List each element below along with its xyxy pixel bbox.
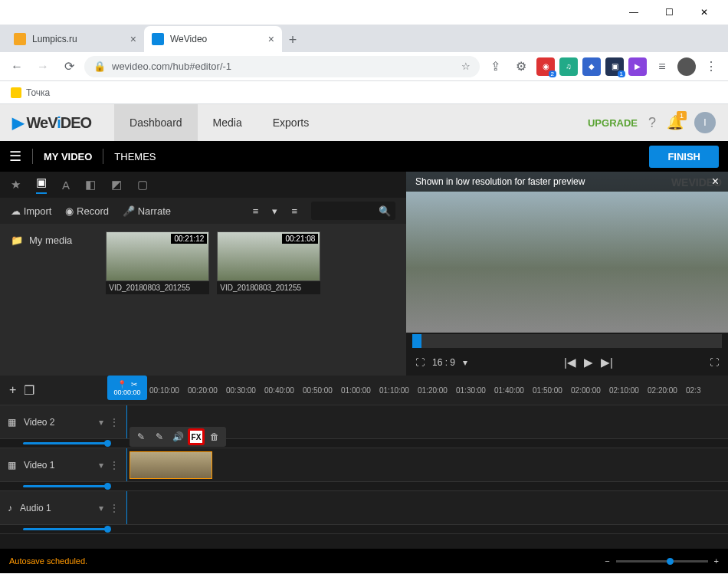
- nav-dashboard[interactable]: Dashboard: [114, 104, 198, 141]
- tab-media-icon[interactable]: ▣: [36, 175, 47, 194]
- zoom-out-icon[interactable]: −: [605, 556, 609, 566]
- wevideo-logo[interactable]: ▶ WeViDEO: [12, 113, 91, 132]
- fullscreen-icon[interactable]: ⛶: [710, 357, 719, 368]
- track-header[interactable]: ▦ Video 1 ▾⋮: [0, 448, 126, 481]
- chevron-down-icon[interactable]: ▾: [99, 417, 103, 428]
- track-header[interactable]: ♪ Audio 1 ▾⋮: [0, 491, 126, 524]
- star-icon[interactable]: ☆: [461, 61, 471, 72]
- tab-backgrounds-icon[interactable]: ▢: [137, 178, 148, 192]
- crop-icon[interactable]: ✎: [151, 428, 168, 445]
- play-icon[interactable]: ▶: [584, 356, 593, 369]
- media-clip[interactable]: 00:21:12 VID_20180803_201255: [106, 231, 209, 368]
- window-maximize[interactable]: ☐: [651, 0, 687, 25]
- chevron-down-icon[interactable]: ▾: [99, 460, 103, 471]
- nav-media[interactable]: Media: [198, 104, 257, 141]
- sort-icon[interactable]: ≡: [253, 205, 259, 217]
- track-header[interactable]: ▦ Video 2 ▾⋮: [0, 405, 126, 438]
- timeline-clip[interactable]: [130, 451, 212, 479]
- zoom-slider[interactable]: [616, 560, 708, 563]
- volume-icon[interactable]: 🔊: [169, 428, 186, 445]
- fullscreen-left-icon[interactable]: ⛶: [415, 357, 425, 368]
- banner-close-icon[interactable]: ×: [712, 175, 719, 189]
- hamburger-icon[interactable]: ☰: [9, 148, 21, 165]
- ruler-tick: 02:20:00: [648, 386, 686, 395]
- add-track-icon[interactable]: +: [9, 383, 16, 397]
- forward-button[interactable]: →: [32, 56, 54, 77]
- next-frame-icon[interactable]: ▶|: [601, 356, 613, 369]
- aspect-ratio[interactable]: 16 : 9: [432, 357, 455, 368]
- track-opacity-slider[interactable]: [0, 481, 728, 490]
- window-minimize[interactable]: —: [616, 0, 651, 25]
- back-button[interactable]: ←: [6, 56, 28, 77]
- media-clip[interactable]: 00:21:08 VID_20180803_201255: [217, 231, 320, 368]
- track-menu-icon[interactable]: ⋮: [110, 417, 119, 428]
- scrubber[interactable]: [412, 334, 722, 348]
- folder-my-media[interactable]: 📁 My media: [8, 231, 75, 249]
- import-button[interactable]: ☁ Import: [11, 205, 51, 217]
- tab-star-icon[interactable]: ★: [11, 178, 21, 192]
- tab-graphics-icon[interactable]: ◩: [111, 178, 122, 192]
- track-icon: ♪: [8, 503, 12, 513]
- profile-avatar[interactable]: [677, 57, 696, 76]
- address-bar[interactable]: 🔒 wevideo.com/hub#editor/-1 ☆: [84, 56, 480, 77]
- ruler-tick: 00:40:00: [264, 386, 303, 395]
- upgrade-link[interactable]: UPGRADE: [588, 117, 638, 129]
- browser-menu-icon[interactable]: ⋮: [700, 56, 722, 77]
- bell-icon[interactable]: 🔔1: [667, 114, 684, 131]
- narrate-button[interactable]: 🎤 Narrate: [123, 205, 171, 217]
- search-icon: 🔍: [379, 205, 391, 217]
- clip-thumbnail: 00:21:08: [217, 231, 320, 281]
- tab-close-icon[interactable]: ×: [268, 33, 274, 45]
- aspect-dropdown-icon[interactable]: ▾: [463, 357, 467, 368]
- bookmarks-bar: Точка: [0, 81, 728, 104]
- window-close[interactable]: ✕: [687, 0, 722, 25]
- fx-button[interactable]: FX: [188, 428, 205, 445]
- tab-transitions-icon[interactable]: ◧: [85, 178, 96, 192]
- video-preview[interactable]: WEVIDEO: [406, 172, 728, 333]
- bookmark-item[interactable]: Точка: [26, 87, 50, 98]
- share-icon[interactable]: ⇪: [484, 56, 506, 77]
- status-bar: Autosave scheduled. − +: [0, 549, 728, 573]
- reload-button[interactable]: ⟳: [58, 56, 80, 77]
- delete-icon[interactable]: 🗑: [206, 428, 223, 445]
- themes-tab[interactable]: THEMES: [114, 151, 156, 162]
- translate-icon[interactable]: ⚙: [510, 56, 532, 77]
- track-menu-icon[interactable]: ⋮: [110, 460, 119, 471]
- browser-tab-wevideo[interactable]: WeVideo ×: [144, 26, 282, 52]
- nav-exports[interactable]: Exports: [257, 104, 324, 141]
- user-avatar[interactable]: I: [694, 112, 716, 133]
- ext-purple-icon[interactable]: ▶: [628, 57, 647, 76]
- playlist-icon[interactable]: ≡: [651, 56, 673, 77]
- ruler-tick: 00:20:00: [188, 386, 226, 395]
- zoom-in-icon[interactable]: +: [714, 556, 719, 566]
- search-input[interactable]: 🔍: [311, 202, 395, 220]
- track-body[interactable]: ✎ ✎ 🔊 FX 🗑: [126, 448, 728, 481]
- chevron-down-icon[interactable]: ▾: [99, 503, 103, 513]
- finish-button[interactable]: FINISH: [649, 146, 719, 168]
- ext-green-icon[interactable]: ♫: [559, 57, 578, 76]
- record-button[interactable]: ◉ Record: [65, 205, 109, 217]
- browser-tab-lumpics[interactable]: Lumpics.ru ×: [6, 26, 144, 52]
- ext-dark-icon[interactable]: ▣1: [605, 57, 624, 76]
- prev-frame-icon[interactable]: |◀: [564, 356, 576, 369]
- project-title[interactable]: MY VIDEO: [44, 151, 92, 162]
- tab-text-icon[interactable]: A: [62, 179, 70, 192]
- sort2-icon[interactable]: ≡: [291, 205, 297, 217]
- tab-close-icon[interactable]: ×: [130, 33, 136, 45]
- track-body[interactable]: [126, 491, 728, 524]
- track-menu-icon[interactable]: ⋮: [110, 503, 119, 513]
- ext-adblock-icon[interactable]: ◉2: [536, 57, 555, 76]
- track-opacity-slider[interactable]: [0, 438, 728, 448]
- new-tab-button[interactable]: +: [282, 29, 303, 51]
- app-header: ▶ WeViDEO Dashboard Media Exports UPGRAD…: [0, 104, 728, 141]
- media-panel: ★ ▣ A ◧ ◩ ▢ ☁ Import ◉ Record 🎤 Narrate …: [0, 172, 406, 376]
- ext-blue-icon[interactable]: ◆: [582, 57, 601, 76]
- ruler-tick: 01:10:00: [379, 386, 418, 395]
- copy-icon[interactable]: ❐: [24, 383, 34, 398]
- time-ruler[interactable]: 00:10:00 00:20:00 00:30:00 00:40:00 00:5…: [126, 386, 728, 395]
- filter-icon[interactable]: ▾: [272, 205, 277, 217]
- track-volume-slider[interactable]: [0, 524, 728, 533]
- help-icon[interactable]: ?: [648, 115, 656, 131]
- edit-icon[interactable]: ✎: [133, 428, 149, 445]
- track-audio1: ♪ Audio 1 ▾⋮: [0, 490, 728, 524]
